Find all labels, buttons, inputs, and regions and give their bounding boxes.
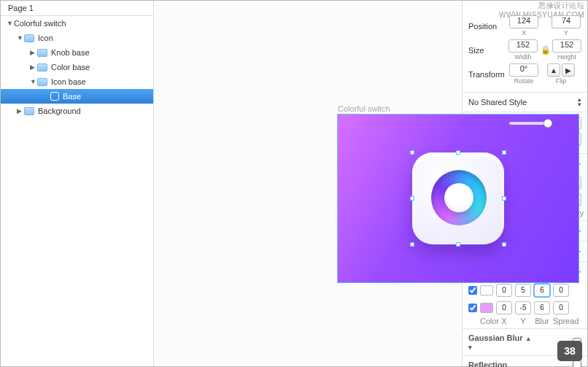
watermark: 思缘设计论坛 WWW.MISSYUAN.COM: [463, 1, 587, 11]
layer-row[interactable]: ▶Background: [1, 104, 153, 118]
transform-label: Transform: [468, 70, 506, 79]
width-input[interactable]: 152: [508, 39, 538, 53]
folder-icon: [37, 78, 47, 86]
disclosure-arrow-icon[interactable]: ▼: [7, 20, 14, 27]
inner-shadow-row: 0 -5 6 0: [463, 299, 587, 317]
canvas[interactable]: Colorful switch: [154, 1, 462, 366]
layer-row[interactable]: ▼Colorful switch: [1, 16, 153, 31]
position-x-input[interactable]: 124: [509, 15, 538, 28]
shadow-enable-checkbox[interactable]: [468, 304, 477, 312]
disclosure-arrow-icon[interactable]: ▶: [30, 63, 37, 71]
disclosure-arrow-icon[interactable]: ▶: [17, 107, 24, 115]
page-selector[interactable]: Page 1: [1, 1, 153, 16]
rotate-input[interactable]: 0°: [509, 63, 538, 77]
folder-icon: [37, 63, 47, 72]
reflection-toggle[interactable]: [573, 360, 581, 367]
layer-label: Background: [38, 107, 81, 115]
layer-row[interactable]: ▼Icon: [1, 31, 153, 45]
layer-label: Color base: [51, 63, 90, 72]
reflection-header: Reflection: [468, 360, 507, 367]
position-y-input[interactable]: 74: [552, 15, 581, 28]
gaussian-blur-header: Gaussian Blur ▴▾: [468, 333, 530, 351]
shadow-enable-checkbox[interactable]: [468, 286, 477, 295]
shadow-color-swatch[interactable]: [480, 285, 493, 295]
shadow-x-input[interactable]: 0: [496, 284, 512, 297]
folder-icon: [37, 49, 47, 57]
layer-tree: ▼Colorful switch▼Icon▶Knob base▶Color ba…: [1, 16, 153, 366]
shape-icon: [50, 92, 59, 101]
disclosure-arrow-icon[interactable]: ▼: [30, 78, 37, 85]
shadow-blur-input[interactable]: 6: [534, 301, 550, 314]
layer-label: Icon: [38, 34, 53, 42]
layer-label: Base: [63, 92, 81, 101]
artboard-label[interactable]: Colorful switch: [338, 104, 390, 113]
shadow-spread-input[interactable]: 0: [553, 284, 569, 297]
page-badge: 38: [557, 341, 582, 361]
shadow-color-swatch[interactable]: [480, 303, 493, 313]
layer-row[interactable]: ▶Knob base: [1, 45, 153, 60]
layers-sidebar: Page 1 ▼Colorful switch▼Icon▶Knob base▶C…: [1, 1, 154, 366]
inner-shadow-row: 0 5 6 0: [463, 282, 587, 299]
layer-row[interactable]: ▼Icon base: [1, 74, 153, 89]
shadow-blur-input[interactable]: 6: [534, 284, 550, 297]
shared-style-select[interactable]: No Shared Style▴▾: [463, 92, 587, 112]
size-label: Size: [468, 46, 506, 55]
position-label: Position: [468, 22, 506, 31]
layer-label: Icon base: [51, 77, 86, 86]
opacity-slider[interactable]: [509, 122, 552, 125]
layer-row[interactable]: ▶Color base: [1, 60, 153, 74]
layer-label: Colorful switch: [14, 19, 66, 28]
shadow-x-input[interactable]: 0: [496, 301, 512, 314]
height-input[interactable]: 152: [552, 39, 581, 53]
disclosure-arrow-icon[interactable]: ▶: [30, 49, 37, 56]
flip-horizontal-button[interactable]: ▲: [547, 63, 560, 77]
lock-aspect-icon[interactable]: 🔒: [541, 45, 549, 55]
flip-vertical-button[interactable]: ▶: [562, 63, 575, 77]
shadow-y-input[interactable]: 5: [515, 284, 531, 297]
disclosure-arrow-icon[interactable]: ▼: [17, 34, 24, 42]
selection-handles[interactable]: [412, 152, 504, 244]
shadow-y-input[interactable]: -5: [515, 301, 531, 314]
layer-label: Knob base: [51, 48, 90, 57]
folder-icon: [24, 34, 34, 42]
folder-icon: [24, 107, 34, 115]
layer-row[interactable]: Base: [1, 89, 153, 104]
shadow-spread-input[interactable]: 0: [553, 301, 569, 314]
